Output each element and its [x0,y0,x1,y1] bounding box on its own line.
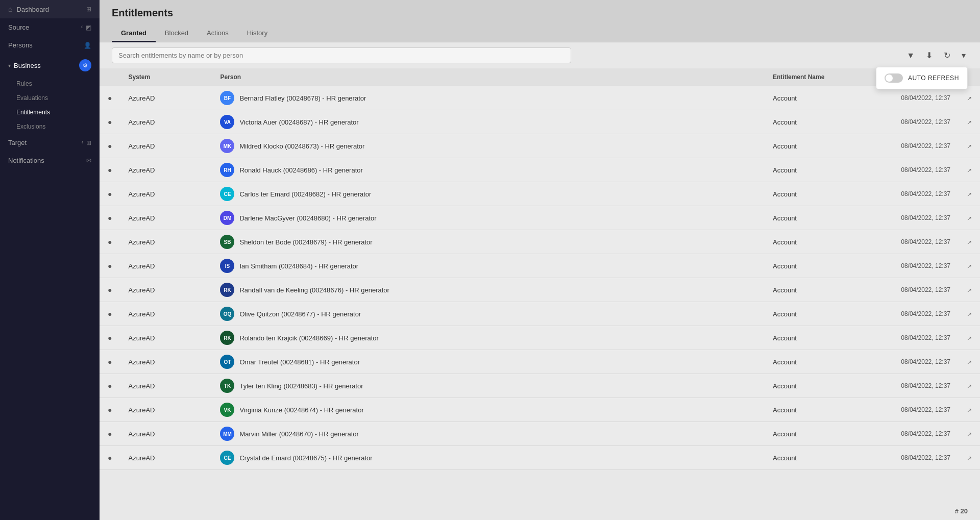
page-header: Entitlements Granted Blocked Actions His… [100,0,980,42]
external-link-icon[interactable]: ↗ [967,431,972,438]
sidebar-item-dashboard[interactable]: ⌂ Dashboard ⊞ [0,0,100,18]
table-row: ● AzureAD OQ Olive Quitzon (00248677) - … [100,302,980,326]
sidebar-item-evaluations[interactable]: Evaluations [0,91,100,105]
table-row: ● AzureAD CE Carlos ter Emard (00248682)… [100,182,980,206]
dashboard-icon: ⌂ [8,5,12,13]
col-person: Person [212,68,765,86]
row-system: AzureAD [120,446,212,470]
external-link-icon[interactable]: ↗ [967,239,972,246]
row-entitlement-name: Account [765,350,867,374]
row-link-cell: ↗ [959,182,980,206]
row-link-cell: ↗ [959,302,980,326]
row-date: 08/04/2022, 12:37 [867,254,959,278]
sidebar-item-source[interactable]: Source ‹ ◩ [0,18,100,36]
table-row: ● AzureAD VK Virginia Kunze (00248674) -… [100,398,980,422]
external-link-icon[interactable]: ↗ [967,287,972,294]
tab-granted[interactable]: Granted [112,25,156,42]
person-name: Darlene MacGyver (00248680) - HR generat… [239,214,376,222]
row-date: 08/04/2022, 12:37 [867,350,959,374]
row-person: TK Tyler ten Kling (00248683) - HR gener… [212,374,765,398]
row-type-icon: ● [100,158,120,182]
person-type-icon: ● [108,142,112,150]
avatar: RH [220,163,234,177]
row-person: MM Marvin Miller (00248670) - HR generat… [212,422,765,446]
person-type-icon: ● [108,190,112,198]
external-link-icon[interactable]: ↗ [967,191,972,198]
row-date: 08/04/2022, 12:37 [867,302,959,326]
more-button[interactable]: ▾ [960,48,968,62]
sidebar-item-rules[interactable]: Rules [0,77,100,91]
table-row: ● AzureAD RK Rolando ten Krajcik (002486… [100,326,980,350]
row-entitlement-name: Account [765,254,867,278]
search-input[interactable] [112,47,571,63]
tab-blocked[interactable]: Blocked [156,25,198,42]
external-link-icon[interactable]: ↗ [967,119,972,126]
sidebar-item-persons[interactable]: Persons 👤 [0,36,100,54]
external-link-icon[interactable]: ↗ [967,215,972,222]
sidebar-item-entitlements[interactable]: Entitlements [0,105,100,119]
external-link-icon[interactable]: ↗ [967,383,972,390]
refresh-button[interactable]: ↻ [942,48,952,62]
row-date: 08/04/2022, 12:37 [867,422,959,446]
row-link-cell: ↗ [959,230,980,254]
avatar: VA [220,115,234,129]
person-type-icon: ● [108,262,112,270]
tab-actions[interactable]: Actions [198,25,238,42]
row-person: DM Darlene MacGyver (00248680) - HR gene… [212,206,765,230]
sidebar-label-dashboard: Dashboard [16,6,49,13]
row-system: AzureAD [120,254,212,278]
row-system: AzureAD [120,206,212,230]
sidebar-item-exclusions[interactable]: Exclusions [0,119,100,134]
row-person: OT Omar Treutel (00248681) - HR generato… [212,350,765,374]
external-link-icon[interactable]: ↗ [967,455,972,462]
row-person: CE Crystal de Emard (00248675) - HR gene… [212,446,765,470]
row-link-cell: ↗ [959,326,980,350]
external-link-icon[interactable]: ↗ [967,95,972,102]
table-footer: # 20 [955,507,968,515]
row-person: OQ Olive Quitzon (00248677) - HR generat… [212,302,765,326]
sidebar-item-notifications[interactable]: Notifications ✉ [0,152,100,169]
external-link-icon[interactable]: ↗ [967,143,972,150]
sidebar-item-business[interactable]: ▾ Business ⚙ [0,54,100,77]
external-link-icon[interactable]: ↗ [967,335,972,342]
business-chevron-icon: ▾ [8,63,11,68]
target-chevron-icon: ‹ [82,139,83,146]
person-type-icon: ● [108,286,112,294]
external-link-icon[interactable]: ↗ [967,359,972,366]
row-type-icon: ● [100,110,120,134]
row-date: 08/04/2022, 12:37 [867,182,959,206]
row-type-icon: ● [100,206,120,230]
row-system: AzureAD [120,278,212,302]
auto-refresh-toggle[interactable] [885,73,903,83]
avatar: MK [220,139,234,153]
person-type-icon: ● [108,214,112,222]
external-link-icon[interactable]: ↗ [967,167,972,174]
tab-history[interactable]: History [238,25,277,42]
row-date: 08/04/2022, 12:37 [867,110,959,134]
row-person: IS Ian Smitham (00248684) - HR generator [212,254,765,278]
row-link-cell: ↗ [959,278,980,302]
avatar: TK [220,379,234,393]
row-system: AzureAD [120,326,212,350]
sidebar-label-notifications: Notifications [8,157,44,164]
download-button[interactable]: ⬇ [924,48,935,62]
person-type-icon: ● [108,430,112,438]
row-system: AzureAD [120,230,212,254]
sidebar-item-target[interactable]: Target ‹ ⊞ [0,134,100,152]
filter-button[interactable]: ▼ [904,49,917,62]
source-chevron-icon: ‹ [81,24,83,31]
person-name: Virginia Kunze (00248674) - HR generator [239,406,363,414]
persons-icon: 👤 [84,42,91,49]
row-system: AzureAD [120,302,212,326]
row-type-icon: ● [100,350,120,374]
table-row: ● AzureAD CE Crystal de Emard (00248675)… [100,446,980,470]
row-date: 08/04/2022, 12:37 [867,86,959,110]
person-name: Bernard Flatley (00248678) - HR generato… [239,94,366,102]
sidebar-label-target: Target [8,139,27,146]
row-link-cell: ↗ [959,422,980,446]
person-name: Sheldon ter Bode (00248679) - HR generat… [239,238,372,246]
external-link-icon[interactable]: ↗ [967,263,972,270]
row-person: BF Bernard Flatley (00248678) - HR gener… [212,86,765,110]
external-link-icon[interactable]: ↗ [967,407,972,414]
external-link-icon[interactable]: ↗ [967,311,972,318]
